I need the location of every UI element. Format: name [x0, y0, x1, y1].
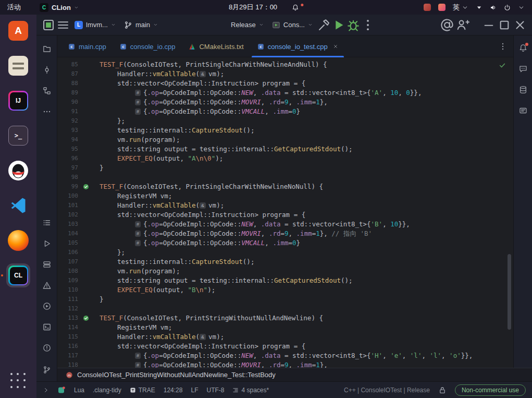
run-configuration-selector[interactable]: Cons... — [268, 19, 316, 31]
tab-options-button[interactable] — [499, 42, 507, 51]
editor[interactable]: 85TEST_F(ConsoleIOTest, PrintSingleCharW… — [57, 57, 513, 368]
code-line[interactable]: 118#{.op=OpCodeImpl::OpCode::MOVRI, .rd=… — [57, 360, 513, 368]
cmake-profile-selector[interactable]: Release — [227, 19, 267, 31]
code-line[interactable]: 104#{.op=OpCodeImpl::OpCode::MOVRI, .rd=… — [57, 229, 513, 238]
code-line[interactable]: 111} — [57, 295, 513, 304]
code-line[interactable]: 110EXPECT_EQ(output, "B\n"); — [57, 285, 513, 295]
code-line[interactable]: 100RegisterVM vm; — [57, 191, 513, 201]
code-line[interactable]: 85TEST_F(ConsoleIOTest, PrintSingleCharW… — [57, 60, 513, 69]
dock-item-terminal[interactable]: >_ — [6, 124, 30, 148]
tool-strip-button-version-control[interactable] — [40, 363, 54, 377]
tool-strip-button-run[interactable] — [40, 236, 54, 251]
code-line[interactable]: 108vm.run(program); — [57, 267, 513, 276]
dock-item-ubuntu-software[interactable]: A — [6, 19, 30, 43]
code-line[interactable]: 102std::vector<OpCodeImpl::Instruction> … — [57, 210, 513, 220]
status-widget-icon[interactable] — [57, 386, 66, 394]
tool-strip-button-pull-requests[interactable] — [40, 83, 54, 98]
lock-icon[interactable] — [438, 386, 447, 394]
tool-strip-button-inspections[interactable] — [40, 341, 54, 355]
tool-strip-button-project[interactable] — [40, 42, 54, 56]
resolve-context[interactable]: C++ | ConsoleIOTest | Release — [344, 387, 430, 394]
code-line[interactable]: 114RegisterVM vm; — [57, 323, 513, 332]
close-tab-icon[interactable] — [333, 44, 338, 49]
status-item-4-spaces-[interactable]: 4 spaces* — [232, 387, 269, 394]
dock-item-vscode[interactable] — [6, 194, 30, 218]
tool-strip-button-more-tools[interactable] — [40, 104, 54, 119]
code-line[interactable]: 87Handler::vmCallTable(&vm); — [57, 69, 513, 79]
tool-strip-button-notifications[interactable] — [516, 41, 530, 55]
status-item-124-28[interactable]: 124:28 — [164, 387, 183, 394]
power-icon[interactable] — [504, 4, 511, 11]
code-line[interactable]: 113TEST_F(ConsoleIOTest, PrintStringWith… — [57, 313, 513, 323]
code-line[interactable]: 117#{.op=OpCodeImpl::OpCode::NEW, .data … — [57, 351, 513, 360]
system-menu-caret[interactable] — [518, 4, 525, 11]
tool-strip-button-terminal[interactable] — [40, 320, 54, 334]
dock-item-clion[interactable]: CL — [6, 263, 30, 287]
code-line[interactable]: 106}; — [57, 248, 513, 257]
notification-bell-icon[interactable] — [292, 4, 299, 11]
code-line[interactable]: 103#{.op=OpCodeImpl::OpCode::NEW, .data … — [57, 220, 513, 229]
tool-strip-button-documentation[interactable] — [516, 103, 530, 118]
activities-button[interactable]: 活动 — [7, 3, 21, 12]
tool-strip-button-todo[interactable] — [40, 215, 54, 230]
code-line[interactable]: 105#{.op=OpCodeImpl::OpCode::VMCALL, .im… — [57, 238, 513, 248]
context-symbol[interactable]: ConsoleIOTest_PrintStringWithoutNullAndN… — [77, 371, 276, 379]
code-line[interactable]: 96EXPECT_EQ(output, "A\n\0"); — [57, 154, 513, 163]
more-actions-button[interactable] — [361, 18, 375, 32]
code-line[interactable]: 88std::vector<OpCodeImpl::Instruction> p… — [57, 79, 513, 88]
tab-CMakeLists.txt[interactable]: CMakeLists.txt — [182, 35, 250, 57]
clock[interactable]: 8月29日 17：00 — [229, 3, 277, 12]
test-passed-icon[interactable] — [81, 313, 91, 323]
status-item-trae[interactable]: TRAE — [130, 387, 155, 394]
app-indicator-menu[interactable]: C CLion — [40, 3, 79, 12]
status-item-lua[interactable]: Lua — [74, 387, 84, 394]
code-line[interactable]: 90#{.op=OpCodeImpl::OpCode::MOVRI, .rd=9… — [57, 98, 513, 107]
tab-main.cpp[interactable]: Cmain.cpp — [61, 35, 113, 57]
code-line[interactable]: 97} — [57, 163, 513, 173]
code-line[interactable]: 107testing::internal::CaptureStdout(); — [57, 257, 513, 267]
volume-icon[interactable] — [490, 4, 497, 11]
tray-icon-app[interactable] — [438, 4, 446, 11]
test-passed-icon[interactable] — [81, 182, 91, 191]
dock-item-qq[interactable] — [6, 159, 30, 183]
code-line[interactable]: 101Handler::vmCallTable(&vm); — [57, 201, 513, 210]
code-line[interactable]: 95std::string output = testing::internal… — [57, 144, 513, 154]
code-line[interactable]: 98 — [57, 173, 513, 182]
tab-console_io_test.cpp[interactable]: Cconsole_io_test.cpp — [251, 35, 345, 57]
tool-strip-button-ai-assistant[interactable] — [516, 62, 530, 76]
code-line[interactable]: 115Handler::vmCallTable(&vm); — [57, 332, 513, 342]
dock-item-firefox[interactable] — [6, 228, 30, 252]
debug-button[interactable] — [347, 18, 360, 32]
code-with-me-icon[interactable] — [440, 18, 454, 32]
license-badge[interactable]: Non-commercial use — [455, 384, 526, 396]
build-button[interactable] — [317, 18, 331, 32]
status-item--clang-tidy[interactable]: .clang-tidy — [93, 387, 121, 394]
tab-console_io.cpp[interactable]: Cconsole_io.cpp — [113, 35, 182, 57]
code-line[interactable]: 109std::string output = testing::interna… — [57, 276, 513, 285]
code-line[interactable]: 92}; — [57, 116, 513, 126]
dock-item-intellij-idea[interactable]: IJ — [6, 89, 30, 113]
invite-user-button[interactable] — [456, 18, 469, 32]
code-line[interactable]: 91#{.op=OpCodeImpl::OpCode::VMCALL, .imm… — [57, 107, 513, 116]
code-line[interactable]: 93testing::internal::CaptureStdout(); — [57, 126, 513, 135]
dock-item-files[interactable] — [6, 54, 30, 78]
network-icon[interactable] — [476, 4, 482, 11]
tool-strip-button-database[interactable] — [516, 82, 530, 97]
tray-icon-recorder[interactable] — [424, 4, 431, 11]
scrollbar-thumb[interactable] — [508, 254, 511, 330]
quick-access-chevron[interactable] — [43, 387, 49, 393]
dock-item-show-apps[interactable] — [6, 369, 30, 393]
tool-strip-button-services[interactable] — [40, 257, 54, 272]
status-item-utf-8[interactable]: UTF-8 — [206, 387, 224, 394]
minimize-button[interactable] — [482, 18, 496, 32]
project-widget[interactable]: L lmvm... — [71, 19, 119, 31]
code-line[interactable]: 94vm.run(program); — [57, 135, 513, 144]
code-line[interactable]: 116std::vector<OpCodeImpl::Instruction> … — [57, 342, 513, 351]
code-line[interactable]: 99TEST_F(ConsoleIOTest, PrintSingleCharW… — [57, 182, 513, 191]
branch-widget[interactable]: main — [120, 19, 162, 31]
code-line[interactable]: 89#{.op=OpCodeImpl::OpCode::NEW, .data =… — [57, 88, 513, 98]
main-menu-button[interactable] — [56, 18, 70, 32]
run-button[interactable] — [332, 18, 345, 32]
inspections-ok-icon[interactable] — [499, 62, 506, 69]
code-line[interactable]: 112 — [57, 304, 513, 313]
